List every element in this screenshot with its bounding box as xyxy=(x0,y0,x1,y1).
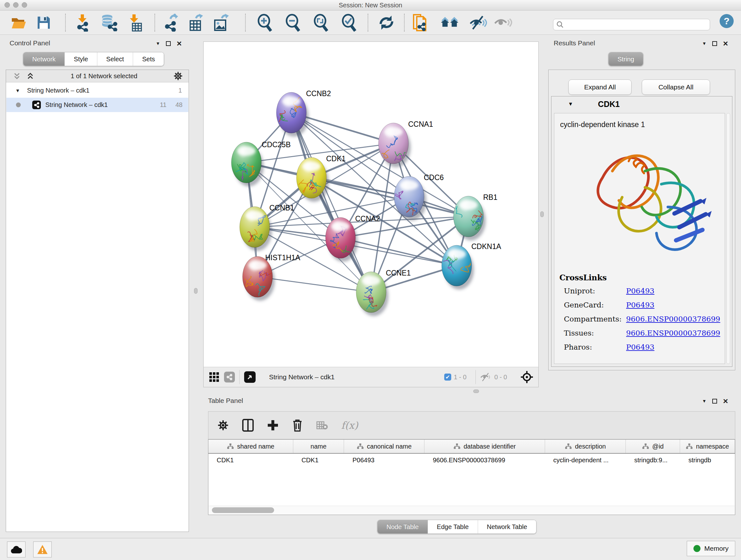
memory-button[interactable]: Memory xyxy=(687,541,735,556)
tree-row-collection[interactable]: ▼ String Network – cdk1 1 xyxy=(6,83,188,98)
crosslink-link[interactable]: 9606.ENSP00000378699 xyxy=(626,329,720,337)
table-cell[interactable]: P06493 xyxy=(344,454,424,466)
tab-edge-table[interactable]: Edge Table xyxy=(428,520,478,534)
node-RB1[interactable]: RB1 xyxy=(450,193,497,240)
column-header--id[interactable]: @id xyxy=(626,440,680,453)
function-builder-icon[interactable]: f(x) xyxy=(341,420,358,431)
table-row[interactable]: CDK1CDK1P064939606.ENSP00000378699cyclin… xyxy=(208,454,735,466)
help-button[interactable]: ? xyxy=(718,12,736,30)
gear-icon[interactable] xyxy=(173,71,183,81)
zoom-fit-icon[interactable] xyxy=(312,13,330,32)
hidden-eye-icon[interactable] xyxy=(480,372,492,382)
import-table-icon[interactable] xyxy=(126,13,144,32)
open-session-icon[interactable] xyxy=(10,13,28,32)
tab-network[interactable]: Network xyxy=(23,52,64,66)
home-icon[interactable] xyxy=(441,13,459,32)
results-scrollbar[interactable] xyxy=(726,113,730,364)
float-panel-icon[interactable]: ▼ xyxy=(156,41,160,46)
select-columns-icon[interactable] xyxy=(242,419,254,432)
splitter-handle[interactable] xyxy=(194,288,198,294)
node-CCNE1[interactable]: CCNE1 xyxy=(356,269,411,316)
column-header-shared-name[interactable]: shared name xyxy=(208,440,293,453)
node-details-header[interactable]: ▼ CDK1 xyxy=(551,97,732,112)
save-session-icon[interactable] xyxy=(35,13,53,32)
node-CCNA1[interactable]: CCNA1 xyxy=(373,120,433,167)
splitter-handle[interactable] xyxy=(540,211,544,217)
table-cell[interactable]: CDK1 xyxy=(293,454,344,466)
close-panel-icon[interactable]: ✕ xyxy=(723,41,729,46)
delete-icon[interactable] xyxy=(292,419,303,432)
edge-CCNB2-CCNE1[interactable] xyxy=(291,113,371,292)
tab-style[interactable]: Style xyxy=(64,52,97,66)
export-network-icon[interactable] xyxy=(162,13,181,32)
float-panel-icon[interactable]: ▼ xyxy=(702,398,706,403)
import-network-database-icon[interactable] xyxy=(99,13,118,32)
export-image-icon[interactable] xyxy=(212,13,230,32)
duplicate-network-icon[interactable] xyxy=(411,13,429,32)
import-network-file-icon[interactable] xyxy=(73,13,92,32)
cloud-status-button[interactable] xyxy=(7,542,25,557)
tab-string[interactable]: String xyxy=(609,52,643,66)
table-cell[interactable]: CDK1 xyxy=(208,454,293,466)
network-canvas[interactable]: CCNB2CCNA1CDC25BCDK1CDC6RB1CCNB1CCNA2CDK… xyxy=(204,42,538,367)
table-cell[interactable]: stringdb xyxy=(680,454,735,466)
column-header-name[interactable]: name xyxy=(293,440,344,453)
zoom-in-icon[interactable] xyxy=(255,13,274,32)
search-field[interactable] xyxy=(553,19,710,30)
tab-sets[interactable]: Sets xyxy=(133,52,164,66)
maximize-panel-icon[interactable] xyxy=(166,41,171,46)
column-header-database-identifier[interactable]: database identifier xyxy=(424,440,545,453)
table-cell[interactable]: stringdb:9... xyxy=(626,454,680,466)
maximize-panel-icon[interactable] xyxy=(712,399,717,403)
delete-table-icon[interactable] xyxy=(316,421,328,430)
tab-network-table[interactable]: Network Table xyxy=(478,520,536,534)
table-cell[interactable]: cyclin-dependent ... xyxy=(545,454,626,466)
node-CDKN1A[interactable]: CDKN1A xyxy=(442,242,501,290)
search-input[interactable] xyxy=(566,21,706,28)
add-icon[interactable] xyxy=(267,420,279,431)
collapse-all-icon[interactable] xyxy=(26,71,35,80)
column-header-description[interactable]: description xyxy=(545,440,626,453)
tab-select[interactable]: Select xyxy=(97,52,133,66)
crosslink-link[interactable]: P06493 xyxy=(626,287,655,295)
node-CCNB1[interactable]: CCNB1 xyxy=(240,204,294,251)
close-panel-icon[interactable]: ✕ xyxy=(723,399,729,403)
crosslink-link[interactable]: P06493 xyxy=(626,301,655,309)
maximize-panel-icon[interactable] xyxy=(712,41,717,46)
crosslink-link[interactable]: 9606.ENSP00000378699 xyxy=(626,315,720,323)
fit-selected-crosshair-icon[interactable] xyxy=(521,371,533,383)
refresh-view-icon[interactable] xyxy=(377,13,396,32)
zoom-selected-icon[interactable] xyxy=(340,13,358,32)
show-all-icon[interactable] xyxy=(494,13,513,32)
collapse-section-icon[interactable]: ▼ xyxy=(568,101,573,107)
node-CDC6[interactable]: CDC6 xyxy=(394,173,444,221)
table-horizontal-scrollbar[interactable] xyxy=(209,506,735,514)
column-header-namespace[interactable]: namespace xyxy=(680,440,735,453)
node-CCNA2[interactable]: CCNA2 xyxy=(326,214,380,262)
hide-selected-icon[interactable] xyxy=(469,13,488,32)
zoom-out-icon[interactable] xyxy=(283,13,302,32)
close-panel-icon[interactable]: ✕ xyxy=(177,41,182,46)
node-CCNB2[interactable]: CCNB2 xyxy=(268,89,331,137)
table-options-gear-icon[interactable] xyxy=(217,420,229,431)
grid-view-icon[interactable] xyxy=(209,372,219,382)
collapse-all-button[interactable]: Collapse All xyxy=(642,79,710,95)
network-overview-icon[interactable] xyxy=(224,372,235,382)
node-CDC25B[interactable]: CDC25B xyxy=(231,140,291,192)
warnings-button[interactable] xyxy=(33,542,52,557)
expand-all-icon[interactable] xyxy=(12,71,21,80)
column-header-canonical-name[interactable]: canonical name xyxy=(344,440,424,453)
splitter-handle[interactable] xyxy=(473,389,479,393)
export-table-icon[interactable] xyxy=(187,13,205,32)
float-panel-icon[interactable]: ▼ xyxy=(702,41,706,46)
table-cell[interactable]: 9606.ENSP00000378699 xyxy=(424,454,545,466)
birdseye-view-icon[interactable] xyxy=(244,371,256,383)
node-HIST1H1A[interactable]: HIST1H1A xyxy=(243,253,300,301)
selected-nodes-checkbox-icon[interactable]: ✔ xyxy=(444,374,451,381)
tab-node-table[interactable]: Node Table xyxy=(378,520,428,534)
tree-expand-icon[interactable]: ▼ xyxy=(15,88,20,93)
crosslink-link[interactable]: P06493 xyxy=(626,343,655,351)
scrollbar-thumb[interactable] xyxy=(212,507,274,513)
tree-row-network[interactable]: String Network – cdk1 11 48 xyxy=(6,98,188,112)
expand-all-button[interactable]: Expand All xyxy=(568,79,631,95)
